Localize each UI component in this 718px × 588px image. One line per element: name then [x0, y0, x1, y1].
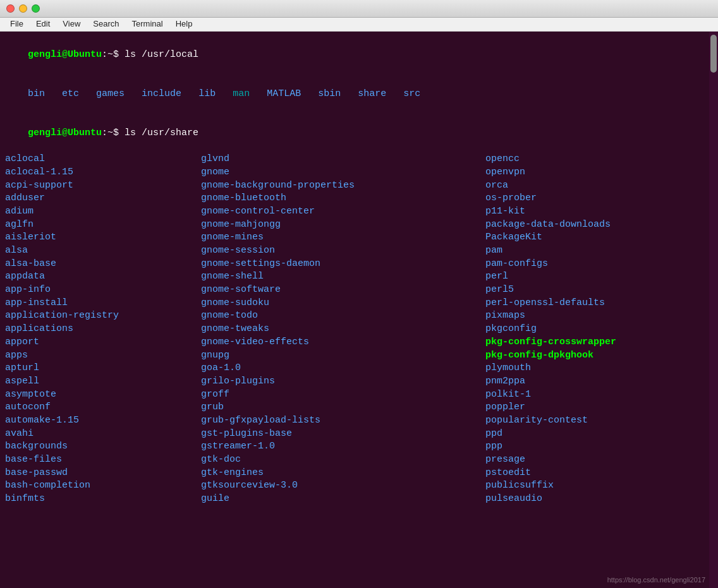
list-item: base-passwd — [5, 467, 201, 480]
terminal-body[interactable]: gengli@Ubuntu:~$ ls /usr/local bin etc g… — [0, 32, 718, 588]
list-item: adduser — [5, 192, 201, 205]
list-item: gnome-video-effects — [201, 336, 485, 349]
maximize-button[interactable] — [32, 4, 40, 13]
list-item: openvpn — [485, 166, 713, 179]
list-item: p11-kit — [485, 205, 713, 219]
list-item: groff — [201, 388, 485, 402]
list-item: gnome-settings-daemon — [201, 258, 485, 271]
listing-grid: aclocal aclocal-1.15 acpi-support adduse… — [5, 153, 713, 506]
list-item: base-files — [5, 453, 201, 467]
cmd1-output: bin etc games include lib man MATLAB sbi… — [5, 75, 713, 114]
prompt2: gengli@Ubuntu — [28, 128, 102, 138]
list-item: perl5 — [485, 284, 713, 297]
title-bar — [0, 0, 718, 18]
list-item: pixmaps — [485, 309, 713, 323]
list-item: aisleriot — [5, 231, 201, 244]
list-item: pkg-config-dpkghook — [485, 349, 713, 363]
list-item: asymptote — [5, 388, 201, 402]
list-item: gnome-mines — [201, 231, 485, 244]
menu-bar: FileEditViewSearchTerminalHelp — [0, 18, 718, 32]
list-item: gnome-session — [201, 244, 485, 258]
list-item: aclocal-1.15 — [5, 166, 201, 179]
scrollbar[interactable] — [709, 32, 718, 588]
list-item: pam — [485, 244, 713, 258]
list-item: binfmts — [5, 493, 201, 506]
list-item: pnm2ppa — [485, 375, 713, 388]
list-item: polkit-1 — [485, 388, 713, 402]
scrollbar-thumb[interactable] — [710, 35, 717, 73]
list-item: aglfn — [5, 219, 201, 232]
list-item: gnome — [201, 166, 485, 179]
list-item: alsa — [5, 244, 201, 258]
window-controls[interactable] — [6, 4, 40, 13]
list-item: pkg-config-crosswrapper — [485, 336, 713, 349]
list-item: gtksourceview-3.0 — [201, 479, 485, 493]
list-item: gnome-bluetooth — [201, 192, 485, 205]
list-item: gstreamer-1.0 — [201, 440, 485, 453]
list-item: autoconf — [5, 401, 201, 414]
list-item: pulseaudio — [485, 493, 713, 506]
list-item: ppd — [485, 428, 713, 441]
list-item: grub-gfxpayload-lists — [201, 414, 485, 428]
list-item: gnome-mahjongg — [201, 219, 485, 232]
menu-item-edit[interactable]: Edit — [31, 18, 55, 30]
list-item: perl-openssl-defaults — [485, 297, 713, 310]
list-item: application-registry — [5, 309, 201, 323]
list-item: poppler — [485, 401, 713, 414]
list-item: goa-1.0 — [201, 362, 485, 375]
list-item: acpi-support — [5, 179, 201, 193]
minimize-button[interactable] — [19, 4, 27, 13]
list-item: PackageKit — [485, 231, 713, 244]
list-item: opencc — [485, 153, 713, 166]
list-item: grub — [201, 401, 485, 414]
menu-item-terminal[interactable]: Terminal — [127, 18, 168, 30]
list-item: grilo-plugins — [201, 375, 485, 388]
list-item: gnome-shell — [201, 270, 485, 284]
list-item: gnome-control-center — [201, 205, 485, 219]
col3: opencc openvpn orca os-prober p11-kit pa… — [485, 153, 713, 506]
list-item: glvnd — [201, 153, 485, 166]
list-item: pam-configs — [485, 258, 713, 271]
list-item: gnome-sudoku — [201, 297, 485, 310]
col1: aclocal aclocal-1.15 acpi-support adduse… — [5, 153, 201, 506]
list-item: avahi — [5, 428, 201, 441]
list-item: apps — [5, 349, 201, 363]
menu-item-view[interactable]: View — [58, 18, 85, 30]
list-item: adium — [5, 205, 201, 219]
cmd2-line: gengli@Ubuntu:~$ ls /usr/share — [5, 114, 713, 153]
list-item: gtk-engines — [201, 467, 485, 480]
menu-item-search[interactable]: Search — [88, 18, 124, 30]
list-item: gtk-doc — [201, 453, 485, 467]
list-item: app-info — [5, 284, 201, 297]
menu-item-file[interactable]: File — [5, 18, 28, 30]
list-item: guile — [201, 493, 485, 506]
list-item: perl — [485, 270, 713, 284]
list-item: pkgconfig — [485, 323, 713, 336]
list-item: ppp — [485, 440, 713, 453]
watermark: https://blog.csdn.net/gengli2017 — [607, 575, 705, 585]
list-item: aspell — [5, 375, 201, 388]
list-item: app-install — [5, 297, 201, 310]
list-item: publicsuffix — [485, 479, 713, 493]
list-item: os-prober — [485, 192, 713, 205]
list-item: gnupg — [201, 349, 485, 363]
list-item: aclocal — [5, 153, 201, 166]
list-item: applications — [5, 323, 201, 336]
list-item: orca — [485, 179, 713, 193]
list-item: gst-plugins-base — [201, 428, 485, 441]
cmd1-line: gengli@Ubuntu:~$ ls /usr/local — [5, 35, 713, 75]
menu-item-help[interactable]: Help — [171, 18, 198, 30]
list-item: plymouth — [485, 362, 713, 375]
list-item: backgrounds — [5, 440, 201, 453]
list-item: bash-completion — [5, 479, 201, 493]
list-item: apport — [5, 336, 201, 349]
close-button[interactable] — [6, 4, 15, 13]
col2: glvnd gnome gnome-background-properties … — [201, 153, 485, 506]
list-item: gnome-software — [201, 284, 485, 297]
list-item: popularity-contest — [485, 414, 713, 428]
list-item: alsa-base — [5, 258, 201, 271]
list-item: package-data-downloads — [485, 219, 713, 232]
list-item: automake-1.15 — [5, 414, 201, 428]
prompt1: gengli@Ubuntu — [28, 49, 102, 60]
list-item: presage — [485, 453, 713, 467]
